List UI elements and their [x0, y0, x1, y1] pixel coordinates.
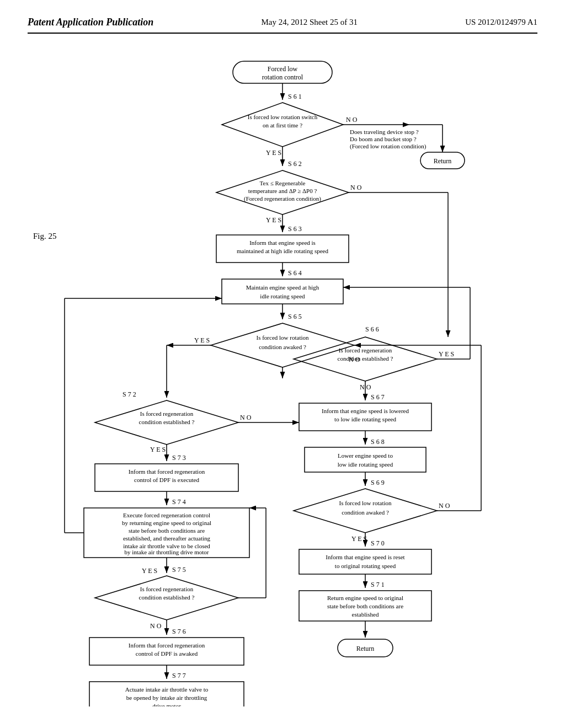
flowchart-svg: Forced low rotation control S 6 1 Is for… — [28, 45, 537, 706]
svg-text:Is forced low rotation: Is forced low rotation — [257, 334, 309, 341]
svg-text:Y E S: Y E S — [142, 567, 157, 575]
svg-text:condition established ?: condition established ? — [139, 594, 195, 601]
svg-text:Inform that forced regeneratio: Inform that forced regeneration — [129, 468, 205, 475]
svg-text:Inform that engine speed is lo: Inform that engine speed is lowered — [322, 408, 409, 414]
svg-text:S 6 5: S 6 5 — [288, 313, 302, 320]
svg-text:Is forced low rotation switch: Is forced low rotation switch — [248, 114, 318, 120]
svg-text:low idle rotating speed: low idle rotating speed — [338, 461, 393, 468]
svg-text:N O: N O — [346, 116, 358, 124]
svg-text:state before both conditions a: state before both conditions are — [129, 527, 205, 534]
svg-text:S 6 9: S 6 9 — [371, 479, 385, 486]
svg-text:rotation control: rotation control — [262, 73, 303, 81]
svg-text:to original rotating speed: to original rotating speed — [335, 563, 396, 569]
svg-text:condition established ?: condition established ? — [139, 419, 195, 425]
svg-text:Is forced regeneration: Is forced regeneration — [140, 410, 194, 417]
svg-text:Return: Return — [356, 645, 375, 652]
svg-text:condition awaked ?: condition awaked ? — [342, 509, 389, 516]
svg-text:S 7 5: S 7 5 — [172, 566, 186, 574]
svg-text:by intake air throttling drive: by intake air throttling drive motor — [124, 549, 209, 555]
page-header: Patent Application Publication May 24, 2… — [28, 17, 537, 34]
svg-text:be opened by intake air thrott: be opened by intake air throttling — [126, 694, 207, 701]
svg-text:N O: N O — [150, 622, 162, 630]
svg-text:Maintain engine speed at high: Maintain engine speed at high — [246, 284, 319, 291]
publication-title: Patent Application Publication — [28, 17, 153, 28]
svg-rect-36 — [222, 279, 343, 304]
svg-text:N O: N O — [240, 414, 252, 421]
svg-text:Return engine speed to origina: Return engine speed to original — [327, 595, 403, 601]
svg-text:S 7 0: S 7 0 — [371, 539, 385, 547]
svg-text:state before both conditions a: state before both conditions are — [327, 603, 403, 609]
svg-text:Lower engine speed to: Lower engine speed to — [338, 452, 393, 459]
svg-text:idle rotating speed: idle rotating speed — [260, 293, 305, 299]
svg-text:S 6 2: S 6 2 — [288, 160, 302, 168]
svg-text:Is forced regeneration: Is forced regeneration — [140, 586, 194, 592]
svg-text:S 7 1: S 7 1 — [371, 581, 385, 588]
svg-rect-80 — [299, 549, 431, 574]
svg-text:Does traveling device stop ?: Does traveling device stop ? — [350, 129, 419, 135]
svg-text:Return: Return — [434, 157, 452, 165]
svg-text:Is forced low rotation: Is forced low rotation — [339, 500, 392, 506]
svg-text:S 6 3: S 6 3 — [288, 225, 302, 233]
svg-text:Is forced regeneration: Is forced regeneration — [339, 347, 392, 354]
svg-text:S 6 8: S 6 8 — [371, 438, 385, 446]
svg-text:on at first time ?: on at first time ? — [263, 122, 302, 129]
publication-number: US 2012/0124979 A1 — [465, 18, 537, 27]
svg-text:to low idle rotating speed: to low idle rotating speed — [334, 416, 396, 422]
svg-text:(Forced regeneration condition: (Forced regeneration condition) — [244, 195, 321, 202]
svg-text:N O: N O — [439, 502, 450, 510]
svg-text:Y E S: Y E S — [439, 350, 454, 358]
svg-text:S 7 2: S 7 2 — [122, 390, 136, 398]
svg-text:condition awaked ?: condition awaked ? — [259, 344, 306, 350]
svg-text:S 7 3: S 7 3 — [172, 454, 186, 462]
page: Patent Application Publication May 24, 2… — [0, 0, 565, 728]
svg-text:Y E S: Y E S — [266, 216, 281, 224]
svg-text:established: established — [352, 611, 379, 618]
svg-text:Tex ≤ Regenerable: Tex ≤ Regenerable — [260, 180, 306, 186]
svg-text:S 7 6: S 7 6 — [172, 628, 186, 635]
svg-text:Y E S: Y E S — [351, 535, 367, 543]
svg-text:(Forced low rotation condition: (Forced low rotation condition) — [350, 143, 427, 150]
svg-text:S 6 6: S 6 6 — [365, 325, 379, 333]
svg-text:Execute forced regeneration co: Execute forced regeneration control — [123, 512, 210, 518]
svg-text:Inform that forced regeneratio: Inform that forced regeneration — [129, 642, 205, 649]
svg-text:Forced low: Forced low — [268, 65, 298, 73]
svg-text:S 6 1: S 6 1 — [288, 93, 302, 100]
flowchart-diagram: Forced low rotation control S 6 1 Is for… — [28, 45, 537, 706]
svg-text:Inform that engine speed is re: Inform that engine speed is reset — [326, 554, 404, 560]
svg-text:S 7 4: S 7 4 — [172, 498, 186, 506]
svg-text:S 6 7: S 6 7 — [371, 393, 385, 401]
svg-rect-65 — [305, 447, 426, 472]
svg-text:S 7 7: S 7 7 — [172, 672, 186, 679]
svg-text:S 6 4: S 6 4 — [288, 269, 302, 277]
svg-text:Y E S: Y E S — [194, 336, 210, 344]
svg-text:established, and thereafter ac: established, and thereafter actuating — [123, 535, 211, 542]
svg-text:Do boom and bucket stop ?: Do boom and bucket stop ? — [350, 136, 417, 142]
svg-text:drive motor: drive motor — [152, 703, 181, 706]
svg-text:Actuate intake air throttle va: Actuate intake air throttle valve to — [125, 686, 209, 693]
svg-text:by returning engine speed to o: by returning engine speed to original — [122, 520, 211, 526]
svg-text:control of DPF is awaked: control of DPF is awaked — [136, 650, 198, 657]
svg-text:Inform that engine speed is: Inform that engine speed is — [249, 239, 316, 246]
svg-text:maintained at high idle rotati: maintained at high idle rotating speed — [237, 248, 328, 254]
svg-text:Y E S: Y E S — [266, 149, 281, 157]
publication-date: May 24, 2012 Sheet 25 of 31 — [261, 18, 358, 27]
svg-text:control of DPF is executed: control of DPF is executed — [134, 477, 199, 483]
svg-text:temperature and ΔP ≥ ΔP0 ?: temperature and ΔP ≥ ΔP0 ? — [248, 188, 317, 194]
svg-text:N O: N O — [350, 184, 362, 191]
svg-text:condition established ?: condition established ? — [338, 355, 393, 362]
svg-text:Y E S: Y E S — [150, 446, 166, 453]
